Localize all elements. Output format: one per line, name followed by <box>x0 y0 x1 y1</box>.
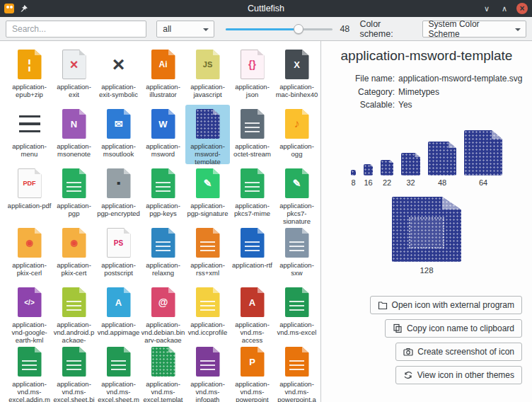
icon-grid-item[interactable]: application-vnd.ms-excel.addin.m <box>7 343 52 402</box>
close-button[interactable]: × <box>516 3 528 14</box>
icon-label: application-vnd.ms-infopath <box>186 380 230 402</box>
icon-grid-item[interactable]: Aapplication-vnd.appimage <box>96 283 141 343</box>
icon-grid-item[interactable]: Aapplication-vnd.ms-access <box>230 283 274 343</box>
size-preview-16: 16 <box>364 164 373 187</box>
icon-grid-item[interactable]: ✎application-pkcs7-signature <box>274 164 319 224</box>
field-value: Mimetypes <box>398 86 439 99</box>
button-label: Open icon with external program <box>392 300 514 310</box>
application-vnd.ms-access-icon: A <box>233 285 272 319</box>
application-exit-icon: × <box>54 47 94 81</box>
icon-label: application-postscript <box>97 261 141 277</box>
application-vnd.ms-excel.templat-icon <box>144 345 183 379</box>
icon-grid-item[interactable]: ×application-exit <box>52 45 96 105</box>
icon-grid-item[interactable]: ▪application-pgp-encrypted <box>96 164 141 224</box>
application-msword-template-icon <box>188 107 228 141</box>
icon-grid-item[interactable]: application-pgp <box>52 164 96 224</box>
open-external-button[interactable]: Open icon with external program <box>370 296 522 314</box>
icon-label: application-pgp <box>52 202 96 217</box>
icon-grid-item[interactable]: application-pkcs7-mime <box>230 164 274 224</box>
size-preview-8: 8 <box>351 170 356 187</box>
slider-handle[interactable] <box>294 24 303 34</box>
size-number: 8 <box>351 178 355 187</box>
icon-grid-item[interactable]: application-vnd.ms-excel.sheet.bi <box>52 343 96 402</box>
copy-name-button[interactable]: Copy icon name to clipboard <box>385 319 522 338</box>
pin-icon[interactable] <box>20 4 28 13</box>
icon-label: application-msword-template <box>186 142 230 164</box>
icon-grid-item[interactable]: </>application-vnd-google-earth-kml <box>7 283 52 343</box>
icon-grid-item[interactable]: application-vnd.ms-infopath <box>185 343 230 402</box>
icon-grid-item[interactable]: ¦application-epub+zip <box>7 45 52 105</box>
icon-grid-item[interactable]: ×application-exit-symbolic <box>96 45 141 105</box>
icon-size-slider[interactable] <box>226 23 332 35</box>
icon-label: application-vnd.ms-powerpoint <box>231 380 274 402</box>
icon-grid-item[interactable]: Wapplication-msword <box>141 105 185 164</box>
application-pgp-keys-icon <box>144 166 183 200</box>
icon-grid-item[interactable]: application-rtf <box>230 224 274 283</box>
icon-label: application-vnd.debian.binary-package <box>141 321 185 343</box>
refresh-icon <box>403 370 413 380</box>
application-javascript-icon: JS <box>188 47 228 81</box>
view-other-themes-button[interactable]: View icon in other themes <box>395 366 522 384</box>
icon-label: application-vnd-google-earth-kml <box>8 321 52 343</box>
icon-grid-item[interactable]: application-msword-template <box>185 105 230 164</box>
button-label: Copy icon name to clipboard <box>407 323 514 333</box>
field-value: application-msword-template.svg <box>398 72 522 86</box>
preview-icon-32 <box>401 153 420 176</box>
icon-grid-item[interactable]: application-vnd.ms-excel.templat <box>141 343 185 402</box>
icon-grid-item[interactable]: JSapplication-javascript <box>185 45 230 105</box>
icon-grid-item[interactable]: application-menu <box>7 105 52 164</box>
icon-grid-item[interactable]: PSapplication-postscript <box>96 224 141 283</box>
application-vnd.ms-excel.sheet.m-icon <box>99 345 139 379</box>
icon-grid-item[interactable]: Aiapplication-illustrator <box>141 45 185 105</box>
field-label: Scalable: <box>321 98 395 112</box>
icon-grid-item[interactable]: @application-vnd.debian.binary-package <box>141 283 185 343</box>
maximize-button[interactable]: ∧ <box>499 3 510 14</box>
category-filter-select[interactable]: all <box>156 21 214 38</box>
icon-grid-item[interactable]: application-vnd.iccprofile <box>185 283 230 343</box>
size-previews: 81622324864 <box>321 130 532 187</box>
icon-grid-item[interactable]: application-relaxng <box>141 224 185 283</box>
icon-grid-item[interactable]: ◉application-pkix-cerl <box>7 224 52 283</box>
application-pdf-icon: PDF <box>10 166 50 200</box>
icon-grid-item[interactable]: application-rss+xml <box>185 224 230 283</box>
icon-grid-item[interactable]: ♪application-ogg <box>274 105 319 164</box>
icon-grid-item[interactable]: application-vnd.ms-powerpoint.a <box>274 343 319 402</box>
hamburger-menu-icon <box>19 115 40 133</box>
icon-grid-item[interactable]: ✉application-msoutlook <box>96 105 141 164</box>
icon-label: application-msoutlook <box>97 142 141 158</box>
icon-grid-item[interactable]: application-vnd.ms-excel <box>274 283 319 343</box>
application-pkcs7-signature-icon: ✎ <box>277 166 317 200</box>
screenshot-button[interactable]: Create screenshot of icon <box>395 343 522 361</box>
icon-grid-item[interactable]: Napplication-msonenote <box>52 105 96 164</box>
icon-label: application-msword <box>141 142 185 158</box>
large-preview: 128 <box>321 197 532 275</box>
icon-label: application-vnd.iccprofile <box>186 321 230 336</box>
icon-label: application-vnd.ms-excel.templat <box>141 380 185 402</box>
application-illustrator-icon: Ai <box>144 47 183 81</box>
size-number: 16 <box>364 178 372 187</box>
icon-label: application-json <box>231 83 274 98</box>
icon-label: application-exit-symbolic <box>97 83 141 98</box>
icon-grid-item[interactable]: {}application-json <box>230 45 274 105</box>
icon-grid-item[interactable]: ✎application-pgp-signature <box>185 164 230 224</box>
icon-label: application-rtf <box>231 261 274 269</box>
size-number: 48 <box>438 178 446 187</box>
folder-open-icon <box>378 300 388 310</box>
icon-grid-item[interactable]: PDFapplication-pdf <box>7 164 52 224</box>
icon-label: application-vnd.android.package- <box>52 321 96 343</box>
icon-grid-item[interactable]: ◉application-pkix-cert <box>52 224 96 283</box>
icon-grid-item[interactable]: application-pgp-keys <box>141 164 185 224</box>
icon-grid-item[interactable]: Papplication-vnd.ms-powerpoint <box>230 343 274 402</box>
search-input[interactable] <box>6 21 146 38</box>
application-epub+zip-icon: ¦ <box>10 47 50 81</box>
icon-grid-item[interactable]: application-sxw <box>274 224 319 283</box>
icon-grid-item[interactable]: application-vnd.android.package- <box>52 283 96 343</box>
icon-grid-item[interactable]: application-octet-stream <box>230 105 274 164</box>
minimize-button[interactable]: ∨ <box>481 3 492 14</box>
color-scheme-select[interactable]: System Color Scheme <box>422 21 526 38</box>
application-vnd.ms-powerpoint.a-icon <box>277 345 317 379</box>
icon-label: application-rss+xml <box>186 261 230 277</box>
icon-grid-item[interactable]: Xapplication-mac-binhex40 <box>274 45 319 105</box>
icon-grid-item[interactable]: application-vnd.ms-excel.sheet.m <box>96 343 141 402</box>
icon-label: application-epub+zip <box>8 83 52 98</box>
